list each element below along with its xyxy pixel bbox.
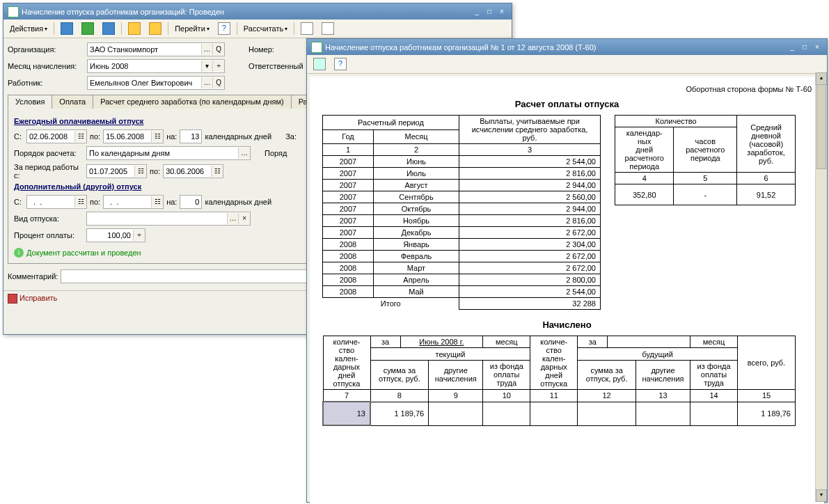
tab-average[interactable]: Расчет среднего заработка (по календарны… (93, 95, 291, 109)
minimize-button[interactable]: _ (787, 42, 798, 52)
add-days-input[interactable] (180, 196, 201, 207)
maximize-button[interactable]: □ (799, 42, 810, 52)
days-input[interactable] (180, 131, 201, 142)
month-field[interactable]: ▾÷ (87, 59, 225, 73)
period-from-field[interactable]: ☷ (86, 164, 147, 178)
add-date-to-field[interactable]: ☷ (103, 195, 164, 209)
report-titlebar[interactable]: Начисление отпуска работникам организаци… (307, 39, 827, 55)
tb-help[interactable]: ? (214, 20, 234, 37)
tb-refresh[interactable] (78, 20, 97, 37)
add-date-from-input[interactable] (27, 196, 74, 207)
percent-field[interactable]: ÷ (86, 228, 145, 242)
month-drop-button[interactable]: ▾ (201, 61, 213, 72)
tab-conditions[interactable]: Условия (8, 95, 52, 109)
titlebar[interactable]: Начисление отпуска работникам организаци… (3, 3, 512, 19)
tb-user[interactable] (145, 20, 165, 37)
grid-icon (322, 22, 334, 35)
period-to-field[interactable]: ☷ (163, 164, 223, 178)
vacation-type-clear-button[interactable]: × (238, 213, 250, 224)
period-to-input[interactable] (164, 166, 211, 177)
org-label: Организация: (8, 45, 84, 54)
tb-back[interactable] (57, 20, 77, 37)
tb-cal[interactable] (125, 20, 144, 37)
org-open-button[interactable]: Q (212, 44, 224, 55)
l-on2: на: (166, 198, 177, 206)
print-icon (313, 58, 326, 70)
l-for: За: (285, 132, 297, 141)
add-date-from-cal-button[interactable]: ☷ (74, 196, 86, 207)
tb-print[interactable] (310, 56, 329, 72)
list-icon (301, 22, 313, 35)
add-days-field[interactable] (180, 195, 202, 209)
period-to-cal-button[interactable]: ☷ (211, 166, 223, 177)
tab-payment[interactable]: Оплата (52, 95, 93, 109)
tb-grid[interactable] (318, 20, 338, 37)
quantity-table: КоличествоСредний дневной (часовой) зара… (615, 115, 796, 205)
cal-icon (128, 22, 141, 35)
month-spin-button[interactable]: ÷ (212, 61, 224, 72)
period-from-input[interactable] (87, 166, 134, 177)
fix-icon (8, 294, 17, 304)
l-to3: по: (90, 198, 100, 206)
actions-menu[interactable]: Действия▾ (6, 22, 51, 35)
l-on: на: (166, 132, 177, 141)
scroll-down-button[interactable]: ▾ (816, 489, 827, 502)
worker-open-button[interactable]: Q (212, 77, 224, 88)
minimize-button[interactable]: _ (471, 7, 482, 17)
l-from: С: (14, 132, 24, 141)
org-select-button[interactable]: … (201, 44, 213, 55)
add-date-to-cal-button[interactable]: ☷ (151, 196, 163, 207)
refresh-icon (81, 22, 94, 35)
vertical-scrollbar[interactable]: ▴ ▾ (815, 72, 827, 502)
close-button[interactable]: × (496, 7, 507, 17)
maximize-button[interactable]: □ (484, 7, 495, 17)
vacation-type-select-button[interactable]: … (227, 213, 239, 224)
add-date-to-input[interactable] (104, 196, 151, 207)
date-from-field[interactable]: ☷ (26, 129, 87, 143)
goto-menu[interactable]: Перейти▾ (171, 22, 213, 35)
calc-menu[interactable]: Рассчитать▾ (240, 22, 291, 35)
close-button[interactable]: × (812, 42, 823, 52)
add-date-from-field[interactable]: ☷ (26, 195, 87, 209)
l-to2: по: (150, 167, 160, 175)
percent-input[interactable] (87, 230, 133, 241)
vacation-type-label: Вид отпуска: (14, 214, 84, 223)
tb-help2[interactable]: ? (331, 56, 350, 72)
tb-list[interactable] (297, 20, 317, 37)
date-to-input[interactable] (104, 131, 151, 142)
date-from-cal-button[interactable]: ☷ (74, 131, 86, 142)
tb-post[interactable] (99, 20, 118, 37)
percent-spin-button[interactable]: ÷ (133, 230, 145, 241)
fix-link[interactable]: Исправить (8, 294, 57, 304)
user-icon (149, 22, 161, 35)
accrued-heading: Начислено (322, 320, 812, 330)
calc-order-select-button[interactable]: … (238, 148, 250, 159)
vacation-type-input[interactable] (87, 213, 227, 224)
date-from-input[interactable] (27, 131, 74, 142)
form-number: Оборотная сторона формы № Т-60 (322, 85, 812, 93)
l-from2: С: (14, 198, 24, 206)
info-icon: i (14, 248, 24, 258)
org-input[interactable] (88, 44, 201, 55)
post-icon (102, 22, 115, 35)
days-field[interactable] (180, 129, 202, 143)
date-to-cal-button[interactable]: ☷ (151, 131, 163, 142)
worker-input[interactable] (88, 77, 201, 88)
scroll-up-button[interactable]: ▴ (816, 72, 827, 85)
period-label: За период работы с: (14, 163, 84, 180)
month-input[interactable] (88, 61, 201, 72)
help-icon: ? (334, 58, 347, 70)
scroll-thumb[interactable] (816, 84, 826, 169)
worker-select-button[interactable]: … (201, 77, 213, 88)
accrued-table: количе- ство кален- дарных дней отпуска … (322, 336, 796, 426)
help-icon: ? (218, 22, 230, 35)
calc-order-field[interactable]: … (86, 146, 251, 160)
period-from-cal-button[interactable]: ☷ (134, 166, 146, 177)
org-field[interactable]: …Q (87, 42, 225, 56)
worker-field[interactable]: …Q (87, 76, 225, 90)
vacation-type-field[interactable]: …× (86, 212, 251, 226)
worker-label: Работник: (8, 79, 84, 87)
date-to-field[interactable]: ☷ (103, 129, 164, 143)
calc-order-input[interactable] (87, 148, 238, 159)
comment-label: Комментарий: (8, 272, 58, 281)
